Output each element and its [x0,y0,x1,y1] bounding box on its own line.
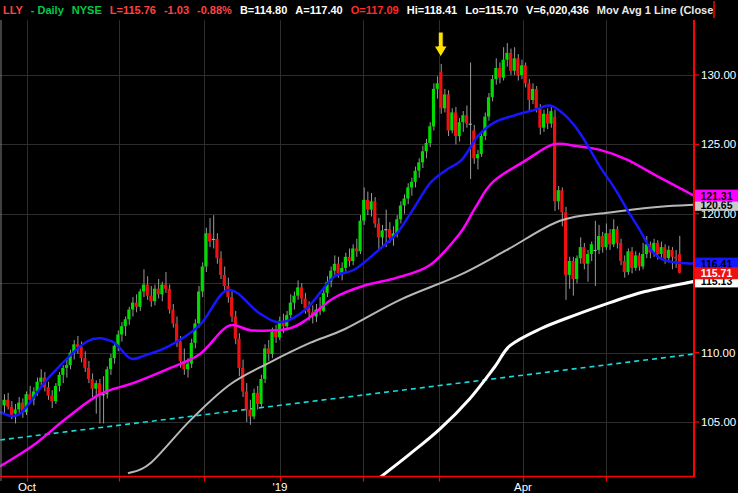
candle-body [487,97,490,116]
candle-body [615,229,618,243]
candle-body [421,151,424,162]
candle-body [219,258,222,275]
badge-value: 115.71 [701,267,733,279]
candle-body [597,236,600,250]
y-axis-label: 110.00 [701,347,735,359]
candle-body [54,386,57,401]
candle-body [403,199,406,206]
candle-body [505,53,508,60]
candle-body [469,124,472,125]
quote-field-ask: A=117.40 [295,4,342,16]
quote-field-change: -1.03 [164,4,189,16]
candle-body [634,255,637,268]
price-badge-last-price: 115.71 [695,267,738,279]
candle-body [370,201,373,209]
candle-body [58,375,61,386]
candle-body [355,249,358,252]
candle-body [14,410,17,414]
candle-body [91,379,94,389]
quote-field-bid: B=114.80 [240,4,287,16]
candle-body [248,410,251,417]
candle-body [241,368,244,392]
candle-body [94,383,97,389]
candle-body [215,239,218,258]
candle-body [417,162,420,170]
candle-body [344,257,347,268]
candle-body [197,292,200,324]
y-axis-label: 125.00 [701,138,736,150]
candle-body [160,285,163,295]
quote-field-open: O=117.09 [351,4,399,16]
candle-body [560,190,563,212]
candle-body [83,358,86,368]
candle-body [425,143,428,151]
candle-body [149,296,152,302]
candle-body [458,122,461,136]
candle-body [80,347,83,358]
candle-body [461,115,464,122]
candle-body [186,364,189,370]
candle-body [175,323,178,341]
candle-body [388,229,391,237]
quote-field-last: L=115.76 [110,4,156,16]
candle-body [538,108,541,127]
candle-body [168,289,171,310]
candle-body [157,289,160,295]
candle-body [373,201,376,223]
candle-body [358,221,361,252]
candle-body [230,297,233,316]
candle-body [450,112,453,130]
candle-body [171,310,174,324]
candle-body [212,239,215,240]
candle-body [630,251,633,268]
candle-body [362,200,365,221]
candle-body [483,117,486,136]
candle-body [520,65,523,75]
candle-body [604,233,607,247]
candle-body [509,53,512,71]
candle-body [454,112,457,136]
candle-body [50,396,53,402]
candle-body [575,258,578,279]
candle-body [109,358,112,369]
candle-body [502,60,505,78]
candle-body [663,247,666,258]
candle-body [524,65,527,83]
chart-canvas[interactable]: 130.00125.00120.00110.00105.00Oct'19Apr1… [0,0,738,493]
candle-body [432,89,435,127]
candle-body [333,264,336,271]
price-badge-ma-magenta: 121.31 [695,190,738,202]
candle-body [498,68,501,78]
candle-body [300,287,303,298]
candle-body [270,332,273,354]
y-axis-label: 130.00 [701,69,736,81]
candle-body [65,365,68,368]
candle-body [336,264,339,274]
candle-body [113,346,116,359]
candle-body [381,230,384,237]
candle-body [619,243,622,261]
quote-field-low: Lo=115.70 [465,4,518,16]
candle-body [120,326,123,334]
candle-body [571,261,574,279]
candle-body [674,257,677,259]
candle-body [124,319,127,326]
candle-body [296,287,299,295]
chart-background [0,0,738,493]
candle-body [204,233,207,266]
candle-body [252,393,255,417]
candle-body [491,79,494,97]
candle-body [153,289,156,302]
candle-body [542,114,545,128]
candle-body [6,400,9,407]
candle-body [39,378,42,382]
candle-body [347,257,350,261]
candle-body [553,117,556,202]
candle-body [641,254,644,267]
quote-field-timeframe: - Daily [31,4,64,16]
candle-body [3,400,6,406]
badge-value: 121.31 [700,190,732,202]
candle-body [384,229,387,230]
candle-body [531,89,534,100]
candle-body [146,285,149,296]
